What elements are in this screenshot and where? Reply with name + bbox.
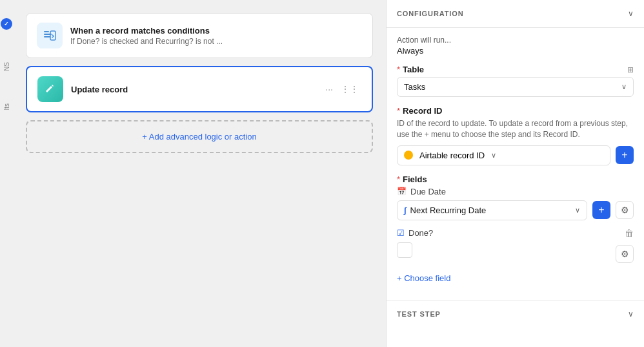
trigger-card[interactable]: When a record matches conditions If Done… bbox=[26, 13, 373, 58]
record-id-arrow: ∨ bbox=[491, 151, 496, 160]
record-id-plus-button[interactable]: + bbox=[616, 146, 634, 164]
record-id-help: ID of the record to update. To update a … bbox=[397, 118, 634, 140]
choose-field-button[interactable]: + Choose field bbox=[397, 273, 634, 283]
choose-field-label: + Choose field bbox=[397, 273, 450, 283]
action-menu-dots[interactable]: ··· bbox=[323, 83, 336, 96]
trigger-card-title: When a record matches conditions bbox=[70, 26, 362, 36]
next-recurring-date-value: Next Recurring Date bbox=[410, 205, 571, 215]
done-field-header: ☑ Done? 🗑 bbox=[397, 228, 634, 238]
table-select-arrow: ∨ bbox=[621, 83, 627, 91]
add-logic-label: + Add advanced logic or action bbox=[142, 132, 256, 142]
trigger-card-subtitle: If Done? is checked and Recurring? is no… bbox=[70, 37, 362, 46]
record-id-label: Record ID bbox=[403, 106, 442, 116]
update-record-icon bbox=[43, 82, 57, 96]
done-checkbox-icon: ☑ bbox=[397, 228, 405, 238]
config-header: CONFIGURATION ∨ bbox=[387, 0, 644, 28]
config-title: CONFIGURATION bbox=[397, 10, 464, 17]
svg-rect-2 bbox=[44, 36, 50, 37]
trigger-card-text: When a record matches conditions If Done… bbox=[70, 26, 362, 46]
test-step-chevron[interactable]: ∨ bbox=[628, 310, 634, 319]
fields-label: Fields bbox=[403, 174, 427, 184]
action-run-label: Action will run... bbox=[397, 36, 634, 45]
due-date-formula-select[interactable]: ∫ Next Recurring Date ∨ bbox=[397, 200, 587, 220]
record-id-select-inner: Airtable record ID ∨ bbox=[404, 151, 496, 160]
table-required-label: * Table ⊞ bbox=[397, 65, 634, 74]
calendar-icon: 📅 bbox=[397, 187, 407, 196]
action-drag-dots[interactable]: ⋮⋮ bbox=[338, 83, 361, 96]
workflow-canvas: When a record matches conditions If Done… bbox=[13, 0, 386, 347]
action-run-value: Always bbox=[397, 46, 634, 56]
due-date-gear-button[interactable]: ⚙ bbox=[616, 201, 634, 219]
done-label-row: ☑ Done? bbox=[397, 228, 433, 238]
done-trash-button[interactable]: 🗑 bbox=[625, 228, 634, 238]
table-select-value: Tasks bbox=[404, 82, 425, 92]
action-card-icon bbox=[37, 76, 63, 102]
table-label: Table bbox=[403, 65, 424, 74]
done-checkbox-display[interactable] bbox=[397, 242, 412, 258]
done-row: ⚙ bbox=[397, 242, 634, 266]
fields-star: * bbox=[397, 174, 400, 184]
config-chevron-icon[interactable]: ∨ bbox=[628, 9, 634, 18]
airtable-logo-icon bbox=[404, 151, 413, 160]
due-date-label: Due Date bbox=[410, 187, 446, 196]
config-body: Action will run... Always * Table ⊞ Task… bbox=[387, 28, 644, 300]
action-card[interactable]: Update record ··· ⋮⋮ bbox=[26, 66, 373, 112]
record-id-select-value: Airtable record ID bbox=[419, 151, 485, 160]
done-left bbox=[397, 242, 610, 266]
action-card-title: Update record bbox=[71, 85, 315, 94]
trigger-icon-svg bbox=[43, 28, 57, 43]
left-sidebar: ✓ NS Its bbox=[0, 0, 13, 347]
table-icon-placeholder: ⊞ bbox=[627, 65, 634, 74]
right-config-panel: CONFIGURATION ∨ Action will run... Alway… bbox=[386, 0, 644, 347]
sidebar-dot-1-icon: ✓ bbox=[4, 21, 9, 27]
done-label: Done? bbox=[408, 228, 433, 238]
formula-icon: ∫ bbox=[404, 205, 407, 215]
sidebar-text-ns: NS bbox=[3, 62, 10, 71]
fields-required-label: * Fields bbox=[397, 174, 634, 184]
record-id-row: Airtable record ID ∨ + bbox=[397, 145, 634, 165]
sidebar-dot-1: ✓ bbox=[1, 18, 12, 30]
table-required-star: * bbox=[397, 65, 400, 74]
action-card-text: Update record bbox=[71, 85, 315, 94]
sidebar-text-its: Its bbox=[3, 103, 10, 110]
svg-rect-0 bbox=[44, 31, 49, 32]
record-id-star: * bbox=[397, 106, 400, 116]
due-date-plus-button[interactable]: + bbox=[592, 201, 610, 219]
due-date-input-row: ∫ Next Recurring Date ∨ + ⚙ bbox=[397, 200, 634, 220]
record-id-required-label: * Record ID bbox=[397, 106, 634, 116]
record-id-select[interactable]: Airtable record ID ∨ bbox=[397, 145, 610, 165]
table-select[interactable]: Tasks ∨ bbox=[397, 77, 634, 97]
due-date-header: 📅 Due Date bbox=[397, 187, 634, 196]
formula-arrow: ∨ bbox=[575, 206, 580, 215]
add-logic-card[interactable]: + Add advanced logic or action bbox=[26, 120, 373, 153]
test-step-title: TEST STEP bbox=[397, 310, 441, 318]
trigger-card-icon bbox=[37, 23, 63, 48]
action-card-actions: ··· ⋮⋮ bbox=[323, 83, 361, 96]
done-gear-button[interactable]: ⚙ bbox=[616, 245, 634, 263]
test-step-header: TEST STEP ∨ bbox=[387, 300, 644, 328]
